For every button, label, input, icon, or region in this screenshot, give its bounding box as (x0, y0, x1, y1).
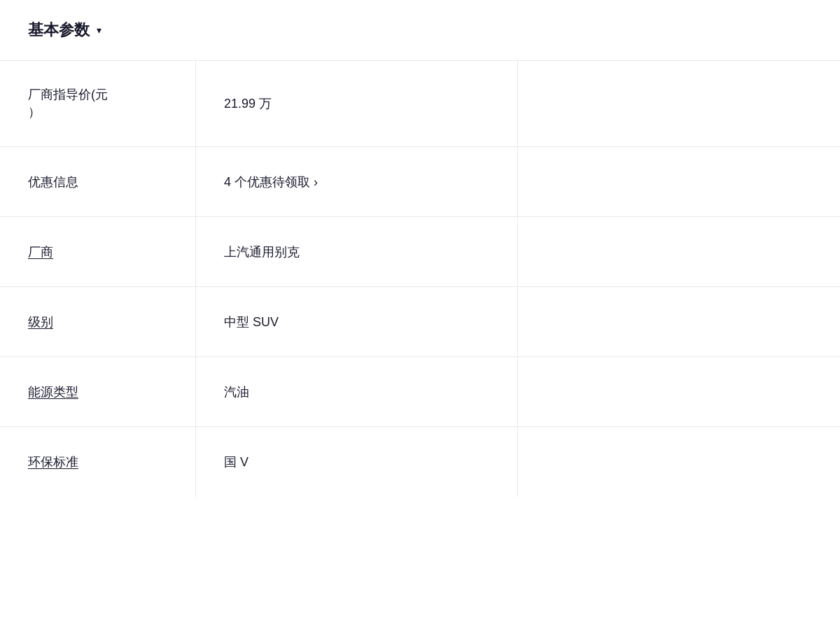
value-price: 21.99 万 (196, 61, 518, 146)
label-level: 级别 (0, 287, 196, 356)
page-container: 基本参数 ▾ 厂商指导价(元） 21.99 万 优惠信息 4 个优惠待领取 › (0, 0, 840, 630)
table-row: 能源类型 汽油 (0, 357, 840, 427)
discount-link[interactable]: 4 个优惠待领取 › (224, 174, 318, 190)
label-energy: 能源类型 (0, 357, 196, 426)
label-price: 厂商指导价(元） (0, 61, 196, 146)
params-table: 厂商指导价(元） 21.99 万 优惠信息 4 个优惠待领取 › 厂商 上汽通用… (0, 61, 840, 497)
label-discount: 优惠信息 (0, 147, 196, 216)
value-emission: 国 V (196, 427, 518, 497)
value-discount[interactable]: 4 个优惠待领取 › (196, 147, 518, 216)
extra-level (518, 287, 840, 356)
section-header: 基本参数 ▾ (0, 0, 840, 61)
value-energy: 汽油 (196, 357, 518, 426)
section-title: 基本参数 (28, 20, 90, 41)
table-row: 厂商 上汽通用别克 (0, 217, 840, 287)
table-row: 级别 中型 SUV (0, 287, 840, 357)
table-row: 优惠信息 4 个优惠待领取 › (0, 147, 840, 217)
extra-emission (518, 427, 840, 497)
extra-energy (518, 357, 840, 426)
extra-price (518, 61, 840, 146)
dropdown-arrow-icon[interactable]: ▾ (97, 24, 102, 36)
table-row: 厂商指导价(元） 21.99 万 (0, 61, 840, 147)
value-level: 中型 SUV (196, 287, 518, 356)
value-manufacturer: 上汽通用别克 (196, 217, 518, 286)
label-manufacturer: 厂商 (0, 217, 196, 286)
extra-manufacturer (518, 217, 840, 286)
extra-discount (518, 147, 840, 216)
label-emission: 环保标准 (0, 427, 196, 497)
table-row: 环保标准 国 V (0, 427, 840, 497)
